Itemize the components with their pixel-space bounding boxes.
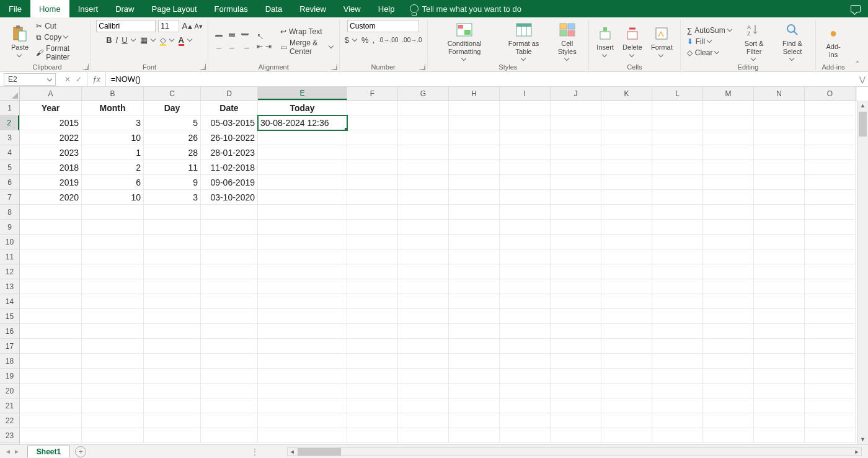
cell[interactable]: 2015 — [20, 115, 82, 130]
cell[interactable] — [754, 130, 805, 145]
percent-button[interactable]: % — [361, 35, 369, 45]
cell[interactable] — [398, 145, 449, 160]
scroll-thumb[interactable] — [298, 448, 341, 456]
cell[interactable] — [20, 264, 82, 279]
cell[interactable] — [82, 264, 144, 279]
cell[interactable] — [703, 130, 754, 145]
cell[interactable] — [652, 190, 703, 205]
cell[interactable] — [805, 235, 856, 249]
cell[interactable] — [144, 309, 201, 324]
column-header[interactable]: J — [551, 87, 601, 100]
italic-button[interactable]: I — [116, 35, 118, 45]
cell[interactable] — [652, 249, 703, 264]
cell[interactable] — [82, 339, 144, 354]
cell[interactable]: 10 — [82, 190, 144, 205]
cell[interactable] — [449, 398, 500, 413]
column-header[interactable]: K — [601, 87, 652, 100]
cell[interactable] — [144, 264, 201, 279]
dialog-launcher-icon[interactable] — [419, 64, 425, 70]
cell[interactable] — [500, 428, 551, 443]
row-header[interactable]: 7 — [0, 190, 19, 205]
cell[interactable]: Date — [201, 101, 258, 115]
scroll-left-icon[interactable]: ◄ — [288, 448, 296, 456]
cell[interactable] — [754, 413, 805, 428]
cell[interactable] — [652, 384, 703, 398]
cell[interactable] — [500, 413, 551, 428]
cell[interactable]: 2 — [82, 160, 144, 175]
cell[interactable] — [500, 309, 551, 324]
cell[interactable] — [20, 324, 82, 339]
cell[interactable] — [258, 190, 347, 205]
number-format-combo[interactable] — [347, 20, 419, 32]
column-header[interactable]: I — [500, 87, 551, 100]
cell[interactable] — [805, 369, 856, 384]
vertical-scrollbar[interactable]: ▲ ▼ — [857, 101, 868, 444]
cell[interactable]: 6 — [82, 175, 144, 190]
cell[interactable] — [703, 294, 754, 309]
cell[interactable] — [258, 384, 347, 398]
cell[interactable] — [347, 398, 398, 413]
cell[interactable] — [20, 279, 82, 294]
cell[interactable] — [144, 413, 201, 428]
cell[interactable] — [754, 101, 805, 115]
align-top[interactable] — [213, 30, 224, 41]
cell[interactable] — [500, 235, 551, 249]
cell[interactable] — [201, 220, 258, 235]
cell[interactable] — [551, 398, 601, 413]
cell[interactable] — [805, 398, 856, 413]
cell[interactable] — [551, 369, 601, 384]
cell[interactable] — [652, 279, 703, 294]
cell[interactable]: 03-10-2020 — [201, 190, 258, 205]
cell[interactable] — [144, 339, 201, 354]
row-header[interactable]: 5 — [0, 160, 19, 175]
cell[interactable] — [82, 220, 144, 235]
row-header[interactable]: 14 — [0, 294, 19, 309]
cells-area[interactable]: YearMonthDayDateToday20153505-03-201530-… — [20, 101, 857, 444]
font-name-combo[interactable] — [96, 20, 156, 32]
cell[interactable] — [201, 398, 258, 413]
cell[interactable] — [201, 428, 258, 443]
cell[interactable] — [805, 324, 856, 339]
cell[interactable] — [703, 384, 754, 398]
cell[interactable] — [551, 130, 601, 145]
cell[interactable] — [82, 384, 144, 398]
cell[interactable] — [398, 384, 449, 398]
dialog-launcher-icon[interactable] — [82, 64, 89, 70]
cell[interactable] — [82, 235, 144, 249]
cell[interactable] — [601, 249, 652, 264]
cell[interactable]: 2020 — [20, 190, 82, 205]
cell[interactable] — [20, 369, 82, 384]
sheet-tab-active[interactable]: Sheet1 — [27, 446, 70, 457]
cell[interactable] — [805, 339, 856, 354]
cell[interactable] — [500, 175, 551, 190]
cell[interactable] — [347, 160, 398, 175]
cell[interactable] — [703, 354, 754, 369]
cell[interactable] — [201, 205, 258, 220]
cell[interactable] — [347, 115, 398, 130]
cell[interactable] — [398, 428, 449, 443]
cell[interactable]: 10 — [82, 130, 144, 145]
cell[interactable] — [449, 384, 500, 398]
cell[interactable]: 2019 — [20, 175, 82, 190]
row-header[interactable]: 20 — [0, 384, 19, 398]
menu-tab-draw[interactable]: Draw — [107, 0, 143, 17]
cell[interactable]: 05-03-2015 — [201, 115, 258, 130]
cell[interactable] — [82, 428, 144, 443]
cell[interactable] — [703, 369, 754, 384]
cell[interactable] — [551, 309, 601, 324]
cell[interactable]: 2022 — [20, 130, 82, 145]
cell[interactable] — [601, 115, 652, 130]
fill-color-button[interactable]: ◇ — [160, 35, 166, 45]
underline-button[interactable]: U — [122, 35, 127, 45]
cell[interactable] — [398, 398, 449, 413]
cell[interactable] — [398, 115, 449, 130]
cell[interactable] — [500, 130, 551, 145]
cell[interactable] — [754, 384, 805, 398]
cell[interactable] — [805, 130, 856, 145]
decrease-decimal[interactable]: .00→.0 — [402, 37, 422, 43]
scroll-right-icon[interactable]: ► — [852, 448, 861, 456]
cell[interactable] — [398, 354, 449, 369]
cut-button[interactable]: ✂Cut — [35, 21, 86, 31]
cell[interactable] — [347, 101, 398, 115]
cell[interactable] — [347, 249, 398, 264]
